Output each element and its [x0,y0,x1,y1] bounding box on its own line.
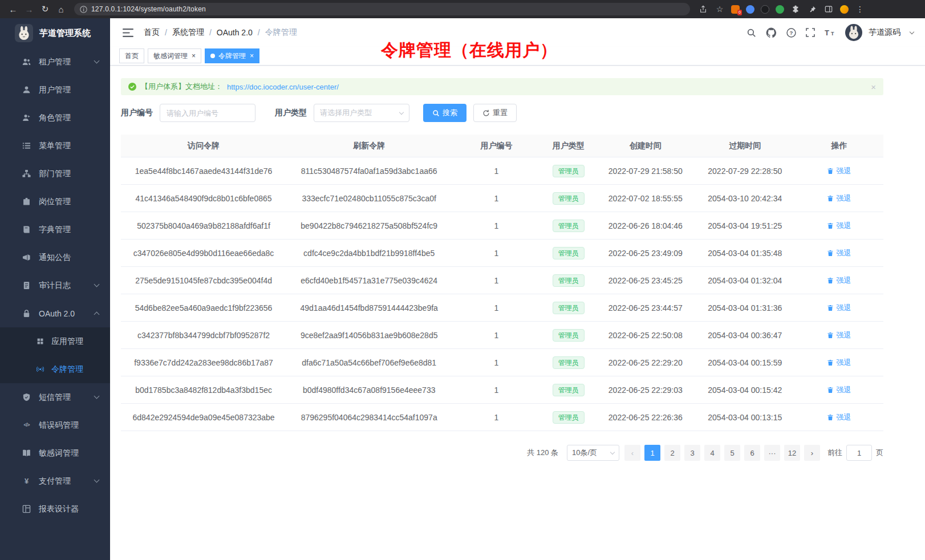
extensions-puzzle-icon[interactable] [790,4,801,14]
openbook-icon [22,448,31,458]
browser-menu-icon[interactable]: ⋮ [855,4,865,14]
search-button[interactable]: 搜索 [423,104,466,122]
tab-敏感词管理[interactable]: 敏感词管理× [148,48,201,63]
goto-page-input[interactable] [846,445,872,461]
banner-close-icon[interactable]: × [871,82,876,92]
page-button-6[interactable]: 6 [744,445,760,461]
action-cell: 强退 [795,157,883,184]
sidebar-item-label: 菜单管理 [39,141,71,151]
page-button-1[interactable]: 1 [644,445,660,461]
close-icon[interactable]: × [250,52,254,59]
site-info-icon[interactable] [80,6,87,13]
force-logout-button[interactable]: 强退 [827,330,851,340]
sidebar-item-sensitive[interactable]: 敏感词管理 [0,439,110,467]
back-icon[interactable]: ← [6,2,21,17]
page-button-4[interactable]: 4 [704,445,720,461]
tab-label: 令牌管理 [218,51,246,61]
delete-icon [827,332,834,339]
sidebar-item-report[interactable]: 报表设计器 [0,495,110,523]
refresh-token-cell: cdfc4ce9c2da4bb1bdf21b9918ff4be5 [286,240,452,266]
sidebar-item-menu[interactable]: 菜单管理 [0,132,110,160]
url-text: 127.0.0.1:1024/system/oauth2/token [91,5,206,13]
next-page-button[interactable]: › [804,445,820,461]
breadcrumb-item[interactable]: 首页 [144,27,160,38]
breadcrumb-item[interactable]: 系统管理 [172,27,204,38]
hamburger-icon[interactable] [123,29,133,37]
delete-icon [827,414,834,421]
banner-doc-link[interactable]: https://doc.iocoder.cn/user-center/ [227,83,339,91]
pagination-total: 共 120 条 [527,448,558,458]
sidebar-item-tenant[interactable]: 租户管理 [0,48,110,76]
refresh-token-cell: b0df4980ffd34c67a08f9156e4eee733 [286,376,452,403]
forward-icon[interactable]: → [22,2,36,17]
help-icon[interactable]: ? [786,28,796,38]
force-logout-button[interactable]: 强退 [827,166,851,176]
fullscreen-icon[interactable] [806,28,815,37]
share-icon[interactable] [698,4,708,14]
user-type-select[interactable]: 请选择用户类型 [314,104,409,122]
expire-time-cell: 2054-03-04 01:32:04 [695,267,795,294]
breadcrumb-item[interactable]: OAuth 2.0 [217,28,253,37]
page-button-5[interactable]: 5 [724,445,740,461]
page-ellipsis[interactable]: ··· [764,445,780,461]
prev-page-button[interactable]: ‹ [624,445,640,461]
tab-首页[interactable]: 首页 [119,48,144,63]
lock-icon [22,309,31,318]
browser-profile-avatar[interactable] [840,5,849,14]
page-button-3[interactable]: 3 [684,445,700,461]
sidebar-item-notice[interactable]: 通知公告 [0,244,110,271]
sidebar-item-audit-log[interactable]: 审计日志 [0,271,110,299]
force-logout-button[interactable]: 强退 [827,193,851,204]
force-logout-button[interactable]: 强退 [827,303,851,313]
sidebar-item-pay[interactable]: ¥支付管理 [0,467,110,495]
user-id-input[interactable] [160,104,255,122]
github-icon[interactable] [766,27,777,38]
page-button-2[interactable]: 2 [664,445,680,461]
force-logout-button[interactable]: 强退 [827,275,851,286]
home-icon[interactable]: ⌂ [54,2,68,17]
sidebar-item-sms[interactable]: 短信管理 [0,383,110,411]
badge-icon [22,197,31,206]
user-type-cell: 管理员 [541,404,596,431]
sidebar-item-role[interactable]: 角色管理 [0,104,110,132]
sidebar-item-oauth2-app[interactable]: 应用管理 [0,327,110,355]
bookmark-star-icon[interactable]: ☆ [715,4,725,14]
user-id-cell: 1 [452,322,541,348]
extension-dark-icon[interactable] [761,5,769,14]
sidebar-item-post[interactable]: 岗位管理 [0,188,110,216]
page-button-12[interactable]: 12 [784,445,800,461]
force-logout-button[interactable]: 强退 [827,385,851,395]
banner-text: 【用户体系】文档地址： [141,82,222,92]
sidebar-item-user[interactable]: 用户管理 [0,76,110,104]
font-size-icon[interactable]: TT [825,28,835,37]
chevron-down-icon [94,58,100,64]
extension-green-icon[interactable] [776,5,784,14]
side-panel-icon[interactable] [823,4,834,14]
create-time-cell: 2022-06-25 23:45:25 [596,267,695,294]
user-name[interactable]: 芋道源码 [869,27,900,38]
app-logo[interactable]: 芋道管理系统 [0,18,110,48]
address-bar[interactable]: 127.0.0.1:1024/system/oauth2/token [74,3,690,15]
force-logout-button[interactable]: 强退 [827,358,851,368]
reload-icon[interactable]: ↻ [38,2,52,17]
reset-button[interactable]: 重置 [473,104,517,122]
force-logout-button[interactable]: 强退 [827,248,851,258]
sidebar-item-oauth2-token[interactable]: 令牌管理 [0,355,110,383]
force-logout-button[interactable]: 强退 [827,412,851,423]
page-size-select[interactable]: 10条/页 [567,445,619,461]
extension-blue-icon[interactable] [746,5,754,14]
chevron-down-icon[interactable] [910,29,914,34]
sidebar-item-dept[interactable]: 部门管理 [0,160,110,188]
sidebar-item-oauth2[interactable]: OAuth 2.0 [0,299,110,327]
sidebar-item-errcode[interactable]: </>错误码管理 [0,411,110,439]
force-logout-button[interactable]: 强退 [827,221,851,231]
pin-icon[interactable] [807,4,817,14]
create-time-cell: 2022-07-29 21:58:50 [596,157,695,184]
search-icon[interactable] [747,28,756,38]
extension-badged-icon[interactable]: 0 [731,5,740,14]
user-avatar[interactable] [845,24,862,41]
create-time-cell: 2022-06-25 23:44:57 [596,294,695,321]
close-icon[interactable]: × [192,52,196,59]
tab-令牌管理[interactable]: 令牌管理× [205,48,259,63]
sidebar-item-dict[interactable]: 字典管理 [0,216,110,244]
